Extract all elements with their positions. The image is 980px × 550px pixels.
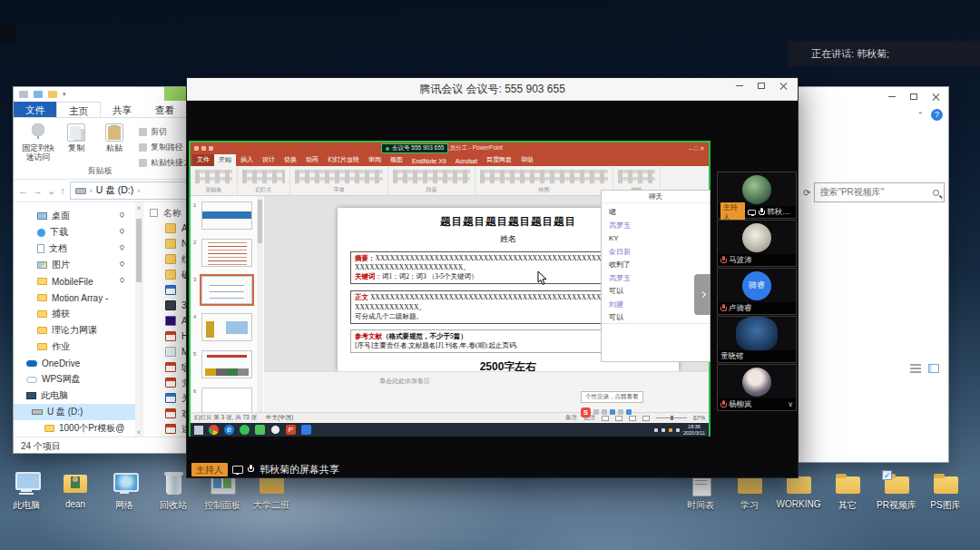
ime-tooltip[interactable]: 个性交谈，点我看看 <box>581 391 643 403</box>
ppt-title-bar[interactable]: 1-时间轴 最终版-人员分工 - PowerPoint – □ ✕ 会议号 55… <box>191 142 709 154</box>
panel-expander-button[interactable] <box>694 274 710 315</box>
start-button[interactable] <box>194 426 203 435</box>
ppt-tab[interactable]: 插入 <box>236 154 258 166</box>
taskbar-clock[interactable]: 18:36 2020/3/11 <box>683 424 705 436</box>
minimize-button[interactable] <box>729 78 750 93</box>
desktop-icon[interactable]: ✓ 此电脑 <box>2 470 51 512</box>
tab-view[interactable]: 查看 <box>143 102 186 117</box>
sidebar-item[interactable]: 1000个Pr模板@ <box>14 420 135 437</box>
participant-tile[interactable]: 骑睿 卢骑睿 <box>717 268 797 315</box>
participant-tile[interactable]: 主持人 韩秋菊... <box>717 172 797 219</box>
desktop-icon[interactable]: ✓ 其它 <box>823 470 872 512</box>
pin-to-quick-access-button[interactable]: 固定到快速访问 <box>19 122 57 162</box>
ime-toolbar[interactable]: S <box>581 407 632 417</box>
participant-tile[interactable]: 杨柳岚 ∨ <box>717 364 797 411</box>
ppt-tab[interactable]: 切换 <box>279 154 301 166</box>
chevron-down-icon[interactable]: ∨ <box>788 400 793 408</box>
details-view-icon[interactable] <box>910 364 921 373</box>
app-green-icon[interactable] <box>240 425 250 435</box>
maximize-button[interactable] <box>903 89 925 103</box>
recent-locations-icon[interactable]: ⌄ <box>47 185 55 197</box>
nav-scrollbar[interactable]: ∧ ∨ <box>135 202 142 437</box>
edge-icon[interactable]: e <box>224 425 234 435</box>
tab-share[interactable]: 共享 <box>101 102 143 117</box>
desktop-icon[interactable]: ✓ PR视频库 <box>872 470 921 512</box>
slideshow-icon[interactable] <box>642 416 650 421</box>
refresh-icon[interactable]: ⟳ <box>803 188 810 198</box>
qq-icon[interactable] <box>270 425 280 435</box>
desktop-icon[interactable]: ✓ PS图库 <box>921 470 970 512</box>
ppt-tab[interactable]: 百度网盘 <box>482 154 516 166</box>
ribbon-group[interactable]: 幻灯片 <box>238 166 290 195</box>
notes-toggle[interactable]: 备注 <box>565 414 577 422</box>
slide-thumbnail[interactable]: 1 <box>201 201 252 230</box>
system-tray[interactable]: 18:36 2020/3/11 <box>654 424 705 436</box>
close-button[interactable] <box>772 78 794 93</box>
chevron-down-icon[interactable]: ▾ <box>63 91 66 98</box>
checkbox-icon[interactable] <box>34 91 43 98</box>
search-icon[interactable] <box>933 190 939 196</box>
sidebar-item[interactable]: 捕获 <box>14 306 135 322</box>
ppt-tab[interactable]: 幻灯片放映 <box>323 154 364 166</box>
ppt-tab[interactable]: 设计 <box>258 154 279 166</box>
ribbon-group[interactable]: 段落 <box>388 166 475 195</box>
ppt-tab[interactable]: EndNote X9 <box>407 157 451 166</box>
ime-tool-icon[interactable] <box>618 409 623 415</box>
ppt-tab[interactable]: 视图 <box>386 154 407 166</box>
slide-thumbnail[interactable]: 4 <box>201 313 252 341</box>
undo-icon[interactable] <box>201 146 206 151</box>
ime-tool-icon[interactable] <box>626 409 632 415</box>
search-input[interactable]: 搜索"PR视频库" <box>814 182 945 202</box>
paste-button[interactable]: 粘贴 <box>95 122 133 152</box>
meeting-title-bar[interactable]: 腾讯会议 会议号: 555 903 655 <box>187 78 798 101</box>
collapse-ribbon-icon[interactable]: ⌃ <box>916 111 924 120</box>
language-indicator[interactable]: 中文(中国) <box>266 414 293 422</box>
redo-icon[interactable] <box>209 146 213 151</box>
sidebar-item[interactable]: 作业 <box>14 339 135 355</box>
column-name[interactable]: 名称 <box>163 207 181 220</box>
sidebar-item[interactable]: 图片 <box>14 257 135 273</box>
ime-tool-icon[interactable] <box>593 409 599 415</box>
sidebar-item[interactable]: Motion Array - <box>14 290 135 306</box>
sidebar-item[interactable]: 此电脑 <box>14 388 135 404</box>
zoom-level[interactable]: 67% <box>693 415 705 421</box>
up-button[interactable]: ↑ <box>60 185 65 196</box>
desktop-icon[interactable]: ✓ 网络 <box>100 470 149 512</box>
minimize-button[interactable] <box>881 89 903 103</box>
slide-thumbnail[interactable]: 6 <box>201 388 252 412</box>
ribbon-group[interactable]: 绘图 <box>475 166 613 195</box>
wechat-icon[interactable] <box>255 425 265 435</box>
sidebar-item[interactable]: 下载 <box>14 224 135 241</box>
sidebar-item[interactable]: WPS网盘 <box>14 371 135 388</box>
scrollbar-thumb[interactable] <box>136 219 142 282</box>
close-button[interactable] <box>925 89 946 103</box>
help-icon[interactable]: ? <box>931 109 943 121</box>
sidebar-item[interactable]: U 盘 (D:) <box>14 404 135 420</box>
select-all-checkbox[interactable] <box>150 209 158 217</box>
sidebar-item[interactable]: 桌面 <box>14 208 135 224</box>
ime-tool-icon[interactable] <box>602 409 607 415</box>
participant-tile[interactable]: 马波涛 <box>717 220 797 267</box>
sidebar-item[interactable]: 文档 <box>14 241 135 257</box>
sidebar-item[interactable]: OneDrive <box>14 355 135 371</box>
slide-thumbnail[interactable]: 3 <box>201 276 252 304</box>
ppt-tab[interactable]: 文件 <box>192 154 214 166</box>
folder-icon[interactable] <box>48 91 57 98</box>
meeting-id-overlay[interactable]: 会议号 555 903 655 <box>381 143 448 153</box>
participant-tile[interactable]: 童晓镕 <box>717 316 797 363</box>
ppt-window-controls[interactable]: – □ ✕ <box>689 145 705 152</box>
large-icons-view-icon[interactable] <box>928 364 939 373</box>
ppt-tab[interactable]: 开始 <box>214 154 236 166</box>
ime-tool-icon[interactable] <box>610 409 615 415</box>
tab-file[interactable]: 文件 <box>14 102 56 117</box>
sidebar-item[interactable]: MobileFile <box>14 273 135 290</box>
maximize-button[interactable] <box>750 78 772 93</box>
copy-button[interactable]: 复制 <box>57 122 95 152</box>
back-button[interactable]: ← <box>18 185 28 196</box>
ribbon-group[interactable]: 字体 <box>290 166 388 195</box>
chrome-icon[interactable] <box>209 425 219 435</box>
save-icon[interactable] <box>194 146 199 151</box>
tab-home[interactable]: 主页 <box>56 102 101 117</box>
thumbnail-scrollbar[interactable] <box>257 196 263 412</box>
baidu-netdisk-icon[interactable] <box>301 425 311 435</box>
